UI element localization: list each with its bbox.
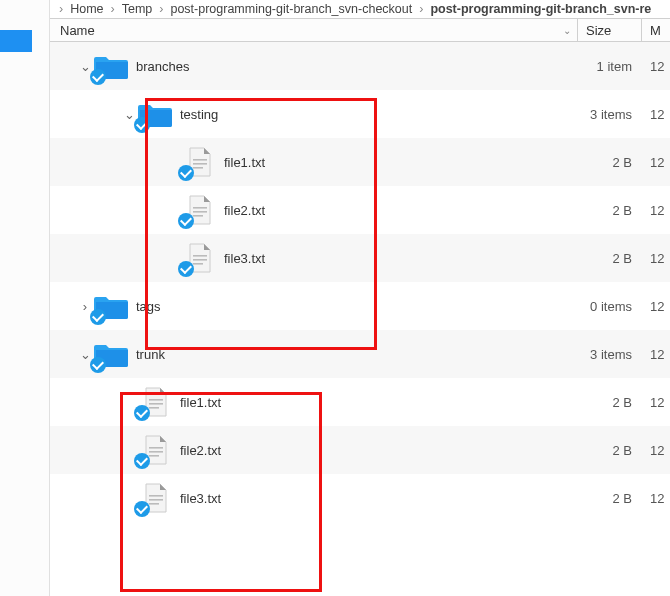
tree-file-row[interactable]: file2.txt2 B12	[50, 426, 670, 474]
vcs-check-badge-icon	[178, 213, 194, 229]
folder-icon	[138, 99, 174, 129]
item-label: file2.txt	[174, 443, 221, 458]
svg-rect-11	[149, 407, 159, 409]
svg-rect-1	[193, 163, 207, 165]
tree-file-row[interactable]: file1.txt2 B12	[50, 138, 670, 186]
svg-rect-3	[193, 207, 207, 209]
file-tree: ⌄ branches1 item12⌄ testing3 items12 fil…	[50, 42, 670, 596]
svg-rect-17	[149, 503, 159, 505]
tree-file-row[interactable]: file3.txt2 B12	[50, 234, 670, 282]
vcs-check-badge-icon	[90, 309, 106, 325]
svg-rect-6	[193, 255, 207, 257]
column-header-modified[interactable]: M	[642, 19, 670, 41]
file-icon	[182, 195, 218, 225]
item-label: trunk	[130, 347, 165, 362]
vcs-check-badge-icon	[134, 453, 150, 469]
file-icon	[182, 243, 218, 273]
item-size: 3 items	[578, 347, 642, 362]
folder-icon	[94, 291, 130, 321]
item-label: file1.txt	[174, 395, 221, 410]
item-label: file3.txt	[174, 491, 221, 506]
sidebar-active-marker	[0, 30, 32, 52]
item-size: 0 items	[578, 299, 642, 314]
file-icon	[138, 435, 174, 465]
chevron-down-icon: ⌄	[563, 25, 577, 36]
item-size: 2 B	[578, 395, 642, 410]
svg-rect-15	[149, 495, 163, 497]
svg-rect-14	[149, 455, 159, 457]
vcs-check-badge-icon	[90, 69, 106, 85]
folder-icon	[94, 339, 130, 369]
item-modified: 12	[642, 443, 670, 458]
item-modified: 12	[642, 491, 670, 506]
file-icon	[182, 147, 218, 177]
chevron-right-icon: ›	[156, 2, 166, 16]
tree-folder-row[interactable]: › tags0 items12	[50, 282, 670, 330]
tree-folder-row[interactable]: ⌄ testing3 items12	[50, 90, 670, 138]
item-size: 1 item	[578, 59, 642, 74]
svg-rect-10	[149, 403, 163, 405]
places-sidebar[interactable]	[0, 0, 50, 596]
svg-rect-8	[193, 263, 203, 265]
chevron-right-icon: ›	[108, 2, 118, 16]
item-size: 2 B	[578, 443, 642, 458]
item-size: 2 B	[578, 251, 642, 266]
tree-file-row[interactable]: file1.txt2 B12	[50, 378, 670, 426]
breadcrumb-segment-current[interactable]: post-programming-git-branch_svn-re	[430, 2, 651, 16]
item-label: branches	[130, 59, 189, 74]
vcs-check-badge-icon	[178, 261, 194, 277]
item-label: tags	[130, 299, 161, 314]
vcs-check-badge-icon	[90, 357, 106, 373]
vcs-check-badge-icon	[134, 117, 150, 133]
item-modified: 12	[642, 107, 670, 122]
breadcrumb-segment[interactable]: Temp	[122, 2, 153, 16]
chevron-down-icon[interactable]: ⌄	[78, 347, 92, 361]
item-label: file2.txt	[218, 203, 265, 218]
vcs-check-badge-icon	[134, 501, 150, 517]
item-modified: 12	[642, 395, 670, 410]
svg-rect-16	[149, 499, 163, 501]
breadcrumb-segment[interactable]: post-programming-git-branch_svn-checkout	[170, 2, 412, 16]
breadcrumb: › Home › Temp › post-programming-git-bra…	[50, 0, 670, 18]
svg-rect-9	[149, 399, 163, 401]
tree-file-row[interactable]: file3.txt2 B12	[50, 474, 670, 522]
column-header-name[interactable]: Name ⌄	[50, 19, 578, 41]
item-modified: 12	[642, 299, 670, 314]
item-modified: 12	[642, 155, 670, 170]
chevron-right-icon[interactable]: ›	[78, 299, 92, 313]
chevron-down-icon[interactable]: ⌄	[122, 107, 136, 121]
item-size: 2 B	[578, 155, 642, 170]
svg-rect-2	[193, 167, 203, 169]
svg-rect-13	[149, 451, 163, 453]
breadcrumb-segment[interactable]: Home	[70, 2, 103, 16]
item-label: testing	[174, 107, 218, 122]
tree-folder-row[interactable]: ⌄ branches1 item12	[50, 42, 670, 90]
column-header-size[interactable]: Size	[578, 19, 642, 41]
item-size: 2 B	[578, 491, 642, 506]
svg-rect-4	[193, 211, 207, 213]
item-label: file3.txt	[218, 251, 265, 266]
file-icon	[138, 483, 174, 513]
folder-icon	[94, 51, 130, 81]
svg-rect-7	[193, 259, 207, 261]
item-modified: 12	[642, 59, 670, 74]
item-label: file1.txt	[218, 155, 265, 170]
item-modified: 12	[642, 347, 670, 362]
chevron-right-icon: ›	[56, 2, 66, 16]
file-icon	[138, 387, 174, 417]
item-size: 3 items	[578, 107, 642, 122]
item-modified: 12	[642, 251, 670, 266]
tree-folder-row[interactable]: ⌄ trunk3 items12	[50, 330, 670, 378]
vcs-check-badge-icon	[134, 405, 150, 421]
item-modified: 12	[642, 203, 670, 218]
vcs-check-badge-icon	[178, 165, 194, 181]
svg-rect-12	[149, 447, 163, 449]
column-header-row: Name ⌄ Size M	[50, 18, 670, 42]
chevron-right-icon: ›	[416, 2, 426, 16]
item-size: 2 B	[578, 203, 642, 218]
chevron-down-icon[interactable]: ⌄	[78, 59, 92, 73]
svg-rect-5	[193, 215, 203, 217]
tree-file-row[interactable]: file2.txt2 B12	[50, 186, 670, 234]
svg-rect-0	[193, 159, 207, 161]
